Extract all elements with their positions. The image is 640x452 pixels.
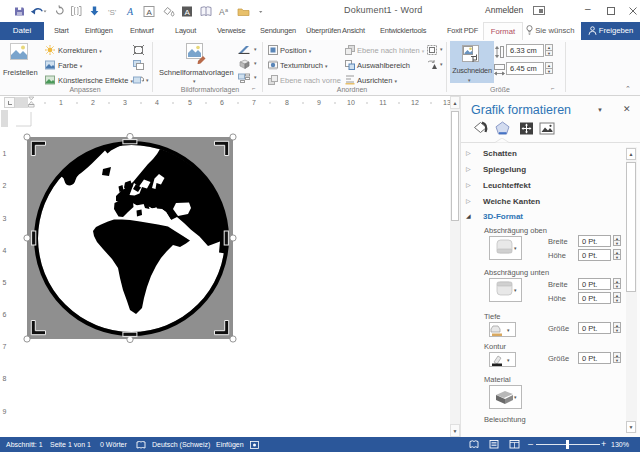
svg-text:A: A	[147, 8, 153, 17]
svg-text:7: 7	[252, 99, 256, 106]
svg-text:a: a	[225, 7, 229, 13]
svg-text:3: 3	[123, 99, 127, 106]
svg-text:A: A	[126, 6, 134, 17]
svg-text:5: 5	[188, 99, 192, 106]
svg-text:6: 6	[220, 99, 224, 106]
svg-text:4: 4	[155, 99, 159, 106]
svg-text:12: 12	[411, 99, 419, 106]
svg-text:3: 3	[3, 215, 7, 222]
svg-text:1: 1	[3, 150, 7, 157]
svg-text:8: 8	[3, 375, 7, 382]
svg-text:5: 5	[3, 279, 7, 286]
svg-text:2: 2	[91, 99, 95, 106]
svg-text:9: 9	[3, 408, 7, 415]
svg-text:9: 9	[317, 99, 321, 106]
svg-text:2: 2	[3, 182, 7, 189]
svg-text:10: 10	[347, 99, 355, 106]
svg-text:7: 7	[3, 343, 7, 350]
svg-text:11: 11	[379, 99, 386, 106]
svg-text:4: 4	[3, 247, 7, 254]
svg-text:A: A	[185, 8, 191, 17]
svg-text:6: 6	[3, 311, 7, 318]
svg-text:'S': 'S'	[108, 8, 117, 17]
svg-text:1: 1	[59, 99, 63, 106]
svg-text:8: 8	[285, 99, 289, 106]
